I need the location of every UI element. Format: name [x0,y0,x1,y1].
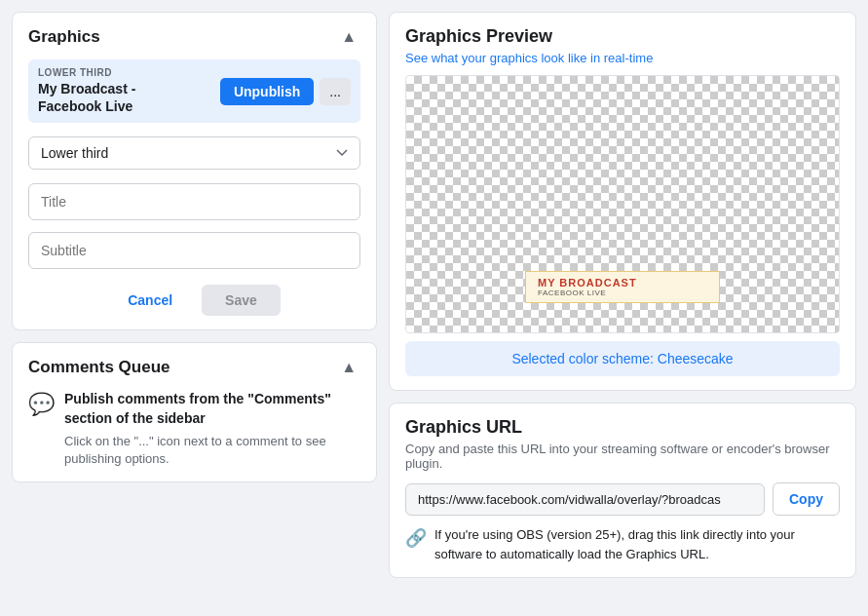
graphics-url-panel: Graphics URL Copy and paste this URL int… [389,403,856,578]
title-input[interactable] [28,183,360,220]
comments-queue-header: Comments Queue ▲ [28,357,360,378]
graphics-collapse-button[interactable]: ▲ [337,26,360,48]
lower-third-sub-text: FACEBOOK LIVE [538,289,707,297]
url-panel-description: Copy and paste this URL into your stream… [405,442,840,471]
broadcast-info: LOWER THIRD My Broadcast -Facebook Live [38,67,135,115]
preview-area: MY BROADCAST FACEBOOK LIVE [405,75,840,333]
more-options-button[interactable]: ... [320,78,351,105]
copy-button[interactable]: Copy [773,482,840,516]
lower-third-main-text: MY BROADCAST [538,277,707,289]
preview-subtitle-linked: what your graphics look like [432,51,587,65]
graphics-panel: Graphics ▲ LOWER THIRD My Broadcast -Fac… [12,12,377,330]
comments-collapse-button[interactable]: ▲ [337,357,360,378]
preview-title: Graphics Preview [405,26,840,47]
url-panel-title: Graphics URL [405,417,840,438]
cancel-button[interactable]: Cancel [108,285,192,316]
broadcast-item: LOWER THIRD My Broadcast -Facebook Live … [28,59,360,123]
save-button[interactable]: Save [202,285,281,316]
broadcast-actions: Unpublish ... [220,78,351,105]
graphics-panel-header: Graphics ▲ [28,26,360,48]
graphics-panel-title: Graphics [28,27,100,47]
preview-subtitle: See what your graphics look like in real… [405,51,840,65]
subtitle-input[interactable] [28,232,360,269]
url-input[interactable] [405,483,765,516]
url-note-text: If you're using OBS (version 25+), drag … [434,525,840,563]
color-scheme-bar[interactable]: Selected color scheme: Cheesecake [405,341,840,376]
preview-subtitle-end: in real-time [586,51,653,65]
lower-third-overlay: MY BROADCAST FACEBOOK LIVE [525,271,720,303]
comments-queue-title: Comments Queue [28,358,170,377]
comments-main-text: Publish comments from the "Comments" sec… [64,390,360,428]
comments-queue-panel: Comments Queue ▲ 💬 Publish comments from… [12,342,377,482]
chat-icon: 💬 [28,392,55,417]
comments-queue-body: 💬 Publish comments from the "Comments" s… [28,390,360,468]
link-icon: 🔗 [405,527,427,549]
graphic-type-dropdown-row: Lower third Ticker Full screen [28,136,360,170]
broadcast-name: My Broadcast -Facebook Live [38,80,135,115]
comments-text-block: Publish comments from the "Comments" sec… [64,390,360,468]
form-actions: Cancel Save [28,285,360,316]
graphics-preview-panel: Graphics Preview See what your graphics … [389,12,856,391]
graphic-type-dropdown[interactable]: Lower third Ticker Full screen [28,136,360,170]
url-input-row: Copy [405,482,840,516]
unpublish-button[interactable]: Unpublish [220,78,314,105]
comments-sub-text: Click on the "..." icon next to a commen… [64,433,360,468]
preview-subtitle-start: See [405,51,432,65]
broadcast-tag: LOWER THIRD [38,67,135,78]
url-note-row: 🔗 If you're using OBS (version 25+), dra… [405,525,840,563]
